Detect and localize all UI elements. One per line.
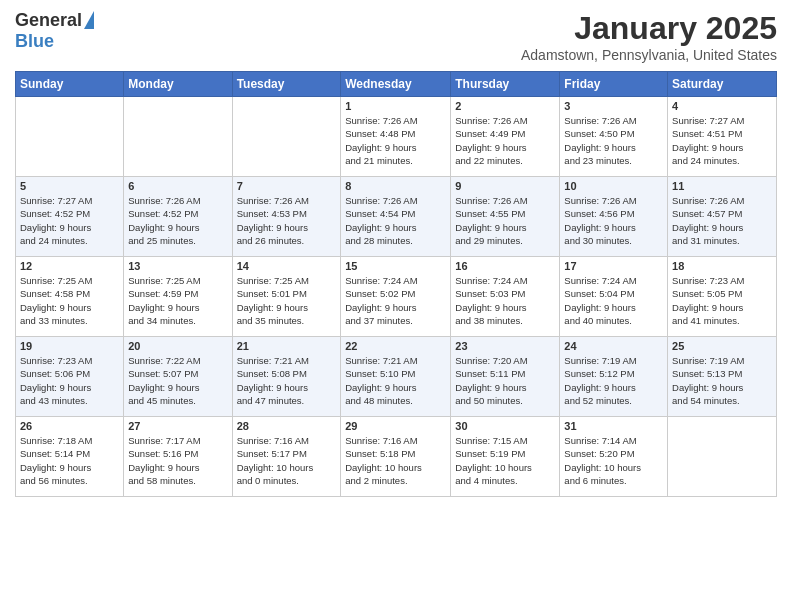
calendar-cell: 4Sunrise: 7:27 AMSunset: 4:51 PMDaylight… [668, 97, 777, 177]
calendar-cell: 30Sunrise: 7:15 AMSunset: 5:19 PMDayligh… [451, 417, 560, 497]
day-info: Sunrise: 7:26 AMSunset: 4:49 PMDaylight:… [455, 114, 555, 167]
day-number: 6 [128, 180, 227, 192]
col-thursday: Thursday [451, 72, 560, 97]
day-number: 1 [345, 100, 446, 112]
col-friday: Friday [560, 72, 668, 97]
calendar-week-row: 5Sunrise: 7:27 AMSunset: 4:52 PMDaylight… [16, 177, 777, 257]
day-info: Sunrise: 7:25 AMSunset: 4:59 PMDaylight:… [128, 274, 227, 327]
calendar-week-row: 19Sunrise: 7:23 AMSunset: 5:06 PMDayligh… [16, 337, 777, 417]
day-number: 26 [20, 420, 119, 432]
day-info: Sunrise: 7:15 AMSunset: 5:19 PMDaylight:… [455, 434, 555, 487]
day-number: 16 [455, 260, 555, 272]
day-info: Sunrise: 7:26 AMSunset: 4:57 PMDaylight:… [672, 194, 772, 247]
day-number: 2 [455, 100, 555, 112]
day-number: 9 [455, 180, 555, 192]
calendar-cell: 19Sunrise: 7:23 AMSunset: 5:06 PMDayligh… [16, 337, 124, 417]
calendar-cell: 12Sunrise: 7:25 AMSunset: 4:58 PMDayligh… [16, 257, 124, 337]
calendar-cell: 16Sunrise: 7:24 AMSunset: 5:03 PMDayligh… [451, 257, 560, 337]
day-info: Sunrise: 7:25 AMSunset: 4:58 PMDaylight:… [20, 274, 119, 327]
day-info: Sunrise: 7:18 AMSunset: 5:14 PMDaylight:… [20, 434, 119, 487]
day-number: 13 [128, 260, 227, 272]
logo-text: General [15, 10, 94, 31]
day-number: 10 [564, 180, 663, 192]
logo-general-text: General [15, 10, 82, 31]
calendar-cell: 3Sunrise: 7:26 AMSunset: 4:50 PMDaylight… [560, 97, 668, 177]
title-block: January 2025 Adamstown, Pennsylvania, Un… [521, 10, 777, 63]
day-info: Sunrise: 7:27 AMSunset: 4:51 PMDaylight:… [672, 114, 772, 167]
calendar-cell: 22Sunrise: 7:21 AMSunset: 5:10 PMDayligh… [341, 337, 451, 417]
day-info: Sunrise: 7:22 AMSunset: 5:07 PMDaylight:… [128, 354, 227, 407]
day-number: 19 [20, 340, 119, 352]
calendar-table: Sunday Monday Tuesday Wednesday Thursday… [15, 71, 777, 497]
day-number: 5 [20, 180, 119, 192]
calendar-header-row: Sunday Monday Tuesday Wednesday Thursday… [16, 72, 777, 97]
header: General Blue January 2025 Adamstown, Pen… [15, 10, 777, 63]
day-info: Sunrise: 7:25 AMSunset: 5:01 PMDaylight:… [237, 274, 337, 327]
day-info: Sunrise: 7:24 AMSunset: 5:02 PMDaylight:… [345, 274, 446, 327]
day-info: Sunrise: 7:26 AMSunset: 4:52 PMDaylight:… [128, 194, 227, 247]
calendar-cell: 27Sunrise: 7:17 AMSunset: 5:16 PMDayligh… [124, 417, 232, 497]
calendar-cell: 5Sunrise: 7:27 AMSunset: 4:52 PMDaylight… [16, 177, 124, 257]
day-info: Sunrise: 7:24 AMSunset: 5:04 PMDaylight:… [564, 274, 663, 327]
day-number: 7 [237, 180, 337, 192]
calendar-cell [16, 97, 124, 177]
day-info: Sunrise: 7:21 AMSunset: 5:10 PMDaylight:… [345, 354, 446, 407]
calendar-cell: 10Sunrise: 7:26 AMSunset: 4:56 PMDayligh… [560, 177, 668, 257]
calendar-cell: 20Sunrise: 7:22 AMSunset: 5:07 PMDayligh… [124, 337, 232, 417]
day-info: Sunrise: 7:19 AMSunset: 5:13 PMDaylight:… [672, 354, 772, 407]
calendar-cell: 6Sunrise: 7:26 AMSunset: 4:52 PMDaylight… [124, 177, 232, 257]
day-info: Sunrise: 7:17 AMSunset: 5:16 PMDaylight:… [128, 434, 227, 487]
day-number: 28 [237, 420, 337, 432]
day-info: Sunrise: 7:27 AMSunset: 4:52 PMDaylight:… [20, 194, 119, 247]
col-wednesday: Wednesday [341, 72, 451, 97]
day-info: Sunrise: 7:24 AMSunset: 5:03 PMDaylight:… [455, 274, 555, 327]
day-number: 24 [564, 340, 663, 352]
calendar-cell: 29Sunrise: 7:16 AMSunset: 5:18 PMDayligh… [341, 417, 451, 497]
day-number: 29 [345, 420, 446, 432]
calendar-cell: 18Sunrise: 7:23 AMSunset: 5:05 PMDayligh… [668, 257, 777, 337]
day-number: 3 [564, 100, 663, 112]
day-number: 17 [564, 260, 663, 272]
calendar-cell: 24Sunrise: 7:19 AMSunset: 5:12 PMDayligh… [560, 337, 668, 417]
day-number: 31 [564, 420, 663, 432]
day-info: Sunrise: 7:23 AMSunset: 5:06 PMDaylight:… [20, 354, 119, 407]
calendar-cell: 1Sunrise: 7:26 AMSunset: 4:48 PMDaylight… [341, 97, 451, 177]
col-saturday: Saturday [668, 72, 777, 97]
day-info: Sunrise: 7:26 AMSunset: 4:56 PMDaylight:… [564, 194, 663, 247]
logo: General Blue [15, 10, 94, 52]
col-sunday: Sunday [16, 72, 124, 97]
calendar-cell: 31Sunrise: 7:14 AMSunset: 5:20 PMDayligh… [560, 417, 668, 497]
calendar-cell: 14Sunrise: 7:25 AMSunset: 5:01 PMDayligh… [232, 257, 341, 337]
day-number: 11 [672, 180, 772, 192]
day-info: Sunrise: 7:23 AMSunset: 5:05 PMDaylight:… [672, 274, 772, 327]
col-tuesday: Tuesday [232, 72, 341, 97]
day-info: Sunrise: 7:26 AMSunset: 4:53 PMDaylight:… [237, 194, 337, 247]
calendar-cell: 23Sunrise: 7:20 AMSunset: 5:11 PMDayligh… [451, 337, 560, 417]
month-title: January 2025 [521, 10, 777, 47]
day-info: Sunrise: 7:26 AMSunset: 4:48 PMDaylight:… [345, 114, 446, 167]
calendar-cell: 11Sunrise: 7:26 AMSunset: 4:57 PMDayligh… [668, 177, 777, 257]
calendar-cell: 25Sunrise: 7:19 AMSunset: 5:13 PMDayligh… [668, 337, 777, 417]
calendar-cell: 2Sunrise: 7:26 AMSunset: 4:49 PMDaylight… [451, 97, 560, 177]
day-number: 18 [672, 260, 772, 272]
location-subtitle: Adamstown, Pennsylvania, United States [521, 47, 777, 63]
calendar-cell: 26Sunrise: 7:18 AMSunset: 5:14 PMDayligh… [16, 417, 124, 497]
day-number: 21 [237, 340, 337, 352]
day-number: 23 [455, 340, 555, 352]
col-monday: Monday [124, 72, 232, 97]
day-info: Sunrise: 7:26 AMSunset: 4:54 PMDaylight:… [345, 194, 446, 247]
day-info: Sunrise: 7:16 AMSunset: 5:17 PMDaylight:… [237, 434, 337, 487]
calendar-cell: 9Sunrise: 7:26 AMSunset: 4:55 PMDaylight… [451, 177, 560, 257]
calendar-cell: 28Sunrise: 7:16 AMSunset: 5:17 PMDayligh… [232, 417, 341, 497]
logo-triangle-icon [84, 11, 94, 29]
calendar-cell [668, 417, 777, 497]
calendar-cell [232, 97, 341, 177]
day-number: 22 [345, 340, 446, 352]
logo-blue-text: Blue [15, 31, 54, 52]
day-number: 30 [455, 420, 555, 432]
calendar-week-row: 12Sunrise: 7:25 AMSunset: 4:58 PMDayligh… [16, 257, 777, 337]
page: General Blue January 2025 Adamstown, Pen… [0, 0, 792, 612]
day-info: Sunrise: 7:14 AMSunset: 5:20 PMDaylight:… [564, 434, 663, 487]
calendar-cell [124, 97, 232, 177]
calendar-week-row: 1Sunrise: 7:26 AMSunset: 4:48 PMDaylight… [16, 97, 777, 177]
